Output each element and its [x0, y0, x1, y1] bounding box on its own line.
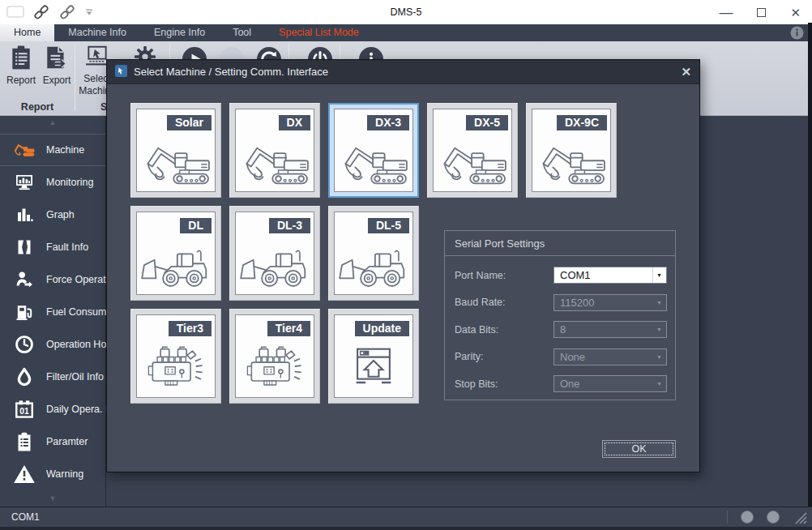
tab-tool[interactable]: Tool	[219, 24, 265, 41]
tab-special-list-mode[interactable]: Special List Mode	[265, 24, 373, 41]
sidebar-item-label: Graph	[46, 209, 75, 220]
excavator-icon	[139, 139, 213, 187]
force-operation-icon	[11, 270, 38, 289]
sidebar-item-label: Machine	[46, 144, 84, 156]
sidebar-item-machine[interactable]: Machine	[0, 134, 105, 166]
sidebar-item-label: Filter/Oil Info	[46, 371, 104, 383]
field-label: Data Bits:	[455, 324, 553, 336]
machine-tile-tier3[interactable]: Tier3	[130, 309, 221, 404]
parity-select: None▼	[553, 348, 667, 365]
sidebar-item-warning[interactable]: Warning	[0, 458, 105, 490]
tile-badge: Tier3	[169, 321, 212, 336]
dialog-title: Select Machine / Setting Comm. Interface	[134, 66, 328, 78]
select-machine-dialog: Select Machine / Setting Comm. Interface…	[106, 59, 700, 472]
sidebar-item-label: Operation Hou	[46, 339, 112, 350]
excavator-icon	[336, 139, 411, 187]
tab-home[interactable]: Home	[0, 24, 54, 41]
tile-badge: DL	[180, 218, 212, 233]
status-bar: COM1	[0, 506, 812, 530]
dialog-title-bar[interactable]: Select Machine / Setting Comm. Interface…	[107, 60, 699, 84]
export-button[interactable]: Export	[39, 45, 75, 85]
machine-tile-dx-3[interactable]: DX-3	[328, 103, 419, 198]
navigation-sidebar: ▲ MachineMonitoringGraphFault InfoForce …	[0, 116, 106, 506]
ribbon-tab-bar: HomeMachine InfoEngine InfoToolSpecial L…	[0, 24, 808, 41]
link-icon[interactable]	[32, 5, 50, 19]
machine-tile-dl[interactable]: DL	[130, 206, 221, 301]
machine-tile-tier4[interactable]: Tier4	[229, 309, 320, 404]
tile-frame: Tier4	[235, 314, 314, 398]
app-window: { "window": { "title": "DMS-5" }, "tabs"…	[0, 0, 812, 530]
sidebar-scroll-down[interactable]: ▼	[0, 492, 105, 505]
machine-tile-dl-3[interactable]: DL-3	[229, 206, 320, 301]
stop-bits-select: One▼	[553, 375, 667, 392]
sidebar-scroll-up[interactable]: ▲	[0, 116, 105, 129]
resize-grip[interactable]	[793, 510, 807, 524]
tile-frame: DL	[136, 212, 216, 295]
tile-badge: DX-9C	[557, 115, 607, 130]
dialog-close-icon[interactable]: ✕	[681, 65, 691, 79]
tile-badge: DL-5	[368, 218, 409, 233]
machine-tile-dl-5[interactable]: DL-5	[328, 206, 419, 301]
machine-tile-dx-9c[interactable]: DX-9C	[526, 103, 617, 198]
sidebar-item-daily-opera-i[interactable]: 01Daily Opera. I	[0, 393, 105, 425]
update-icon	[349, 344, 398, 388]
sidebar-items: MachineMonitoringGraphFault InfoForce Op…	[0, 134, 105, 490]
sidebar-item-fuel-consump[interactable]: Fuel Consump	[0, 296, 105, 328]
port-name-select[interactable]: COM1▼	[553, 267, 667, 284]
tile-frame: DX-3	[334, 109, 413, 192]
operation-hours-icon	[11, 334, 38, 355]
machine-tile-update[interactable]: Update	[328, 309, 419, 404]
machine-excavator-icon	[11, 140, 38, 160]
minimize-button[interactable]: —	[719, 6, 733, 19]
report-button[interactable]: Report	[3, 45, 39, 85]
daily-operation-icon: 01	[11, 399, 38, 420]
serial-panel-title: Serial Port Settings	[445, 231, 675, 256]
sidebar-item-force-operatio[interactable]: Force Operatio	[0, 263, 105, 296]
sidebar-item-label: Daily Opera. I	[46, 404, 108, 415]
maximize-button[interactable]	[757, 8, 766, 17]
field-label: Parity:	[455, 351, 553, 362]
link-icon[interactable]	[58, 5, 76, 19]
loader-icon	[336, 241, 411, 290]
tile-badge: Solar	[167, 115, 212, 130]
loader-icon	[139, 241, 213, 290]
dialog-icon	[115, 65, 127, 79]
combo-value: One	[560, 378, 580, 390]
tile-frame: Solar	[136, 109, 216, 192]
status-indicators	[727, 510, 807, 524]
report-button-label: Report	[6, 75, 36, 85]
machine-tile-solar[interactable]: Solar	[130, 103, 221, 198]
machine-tile-dx-5[interactable]: DX-5	[427, 103, 518, 198]
sidebar-item-monitoring[interactable]: Monitoring	[0, 166, 105, 199]
sidebar-item-label: Force Operatio	[46, 274, 113, 285]
serial-field-row: Port Name:COM1▼	[445, 262, 675, 289]
warning-icon	[11, 464, 38, 485]
engine-icon	[241, 344, 308, 389]
sidebar-item-paramter[interactable]: Paramter	[0, 425, 105, 458]
info-icon[interactable]	[790, 26, 804, 40]
chevron-down-icon: ▼	[653, 376, 666, 391]
sidebar-item-graph[interactable]: Graph	[0, 199, 105, 231]
ok-button[interactable]: OK	[602, 440, 676, 458]
serial-field-row: Baud Rate:115200▼	[445, 289, 675, 317]
machine-tile-dx[interactable]: DX	[229, 103, 320, 198]
sidebar-item-fault-info[interactable]: Fault Info	[0, 231, 105, 263]
sidebar-item-label: Monitoring	[46, 177, 93, 188]
combo-value: None	[560, 351, 585, 363]
sidebar-item-operation-hou[interactable]: Operation Hou	[0, 328, 105, 361]
customize-quick-access-icon[interactable]	[84, 7, 94, 17]
data-bits-select: 8▼	[553, 321, 667, 338]
tab-machine-info[interactable]: Machine Info	[54, 24, 140, 41]
sidebar-item-filter-oil-info[interactable]: Filter/Oil Info	[0, 361, 105, 393]
parameter-icon	[11, 431, 38, 452]
tile-frame: DX	[235, 109, 314, 192]
tile-frame: DX-9C	[532, 109, 611, 192]
monitoring-icon	[11, 173, 38, 192]
chevron-down-icon: ▼	[652, 267, 666, 283]
combo-value: COM1	[560, 269, 591, 281]
tab-engine-info[interactable]: Engine Info	[140, 24, 219, 41]
sidebar-item-label: Fault Info	[46, 241, 88, 253]
engine-icon	[143, 344, 209, 389]
close-button[interactable]: ✕	[790, 6, 801, 19]
toolbar-group-label-report: Report	[0, 101, 75, 113]
